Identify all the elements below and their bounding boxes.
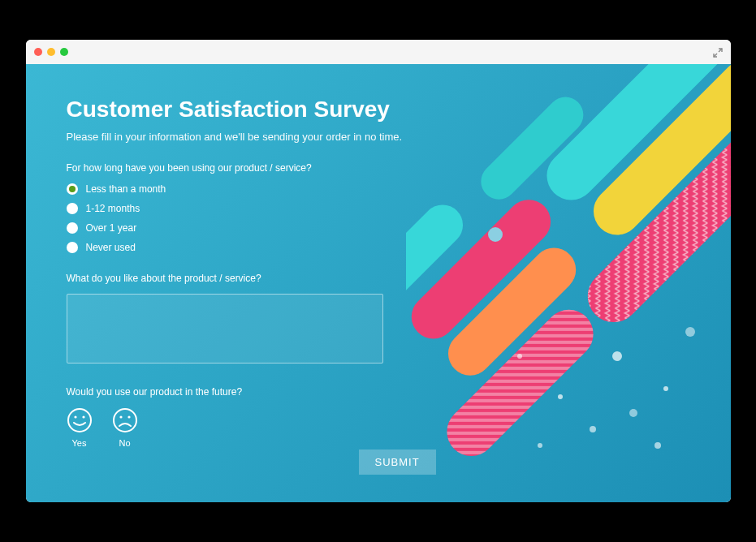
smiley-no[interactable]: No bbox=[112, 407, 138, 448]
radio-option-1-12-months[interactable]: 1-12 months bbox=[67, 203, 690, 214]
maximize-window-button[interactable] bbox=[60, 48, 68, 56]
radio-icon bbox=[67, 222, 78, 234]
q3-prompt: Would you use our product in the future? bbox=[67, 386, 690, 398]
radio-option-over-1-year[interactable]: Over 1 year bbox=[67, 222, 690, 234]
content-area: Customer Satisfaction Survey Please fill… bbox=[26, 64, 731, 502]
q1-radio-group: Less than a month 1-12 months Over 1 yea… bbox=[67, 183, 690, 253]
minimize-window-button[interactable] bbox=[47, 48, 55, 56]
svg-point-22 bbox=[74, 415, 76, 418]
q3-options: Yes No bbox=[67, 407, 690, 448]
radio-label: Over 1 year bbox=[86, 222, 137, 234]
smiley-label: No bbox=[119, 438, 130, 448]
titlebar bbox=[26, 40, 731, 64]
radio-label: Never used bbox=[86, 242, 136, 253]
smiley-label: Yes bbox=[72, 438, 87, 448]
radio-icon bbox=[67, 183, 78, 195]
svg-point-23 bbox=[82, 415, 84, 418]
smiley-yes[interactable]: Yes bbox=[67, 407, 93, 448]
radio-icon bbox=[67, 203, 78, 214]
app-window: Customer Satisfaction Survey Please fill… bbox=[26, 40, 731, 502]
radio-label: 1-12 months bbox=[86, 203, 140, 214]
window-controls bbox=[34, 48, 68, 56]
q1-prompt: For how long have you been using our pro… bbox=[67, 162, 690, 174]
frown-icon bbox=[112, 407, 138, 433]
page-subtitle: Please fill in your information and we'l… bbox=[67, 131, 690, 143]
smile-icon bbox=[67, 407, 93, 433]
survey-form: Customer Satisfaction Survey Please fill… bbox=[26, 64, 731, 497]
page-title: Customer Satisfaction Survey bbox=[67, 97, 690, 123]
svg-point-25 bbox=[119, 415, 122, 418]
svg-point-26 bbox=[127, 415, 130, 418]
radio-option-never-used[interactable]: Never used bbox=[67, 242, 690, 253]
expand-icon[interactable] bbox=[713, 46, 723, 61]
feedback-textarea[interactable] bbox=[67, 294, 383, 363]
svg-point-21 bbox=[68, 409, 91, 432]
close-window-button[interactable] bbox=[34, 48, 42, 56]
radio-icon bbox=[67, 242, 78, 253]
svg-point-24 bbox=[114, 409, 136, 432]
radio-label: Less than a month bbox=[86, 183, 166, 195]
q2-prompt: What do you like about the product / ser… bbox=[67, 273, 690, 284]
radio-option-less-than-month[interactable]: Less than a month bbox=[67, 183, 690, 195]
